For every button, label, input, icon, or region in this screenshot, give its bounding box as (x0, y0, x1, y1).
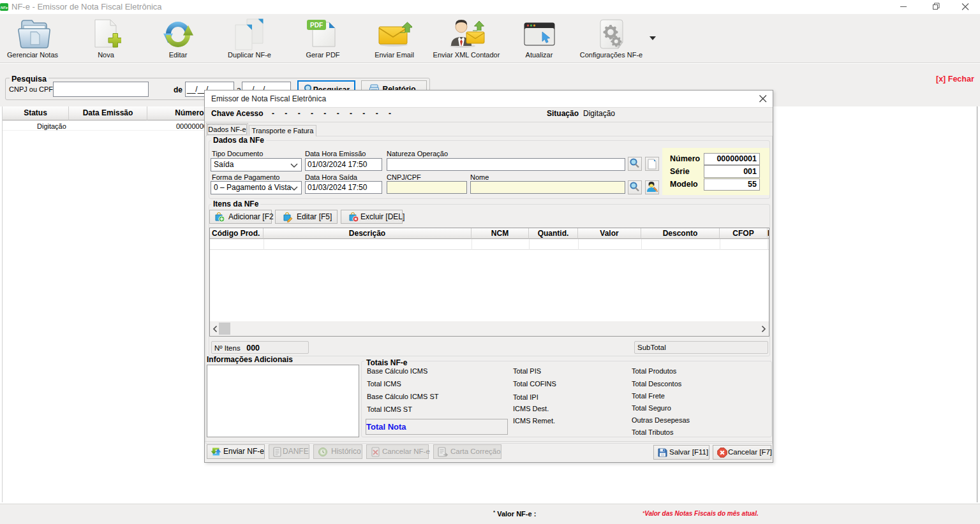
svg-text:NFe: NFe (1, 6, 8, 10)
svg-text:PDF: PDF (310, 22, 323, 29)
